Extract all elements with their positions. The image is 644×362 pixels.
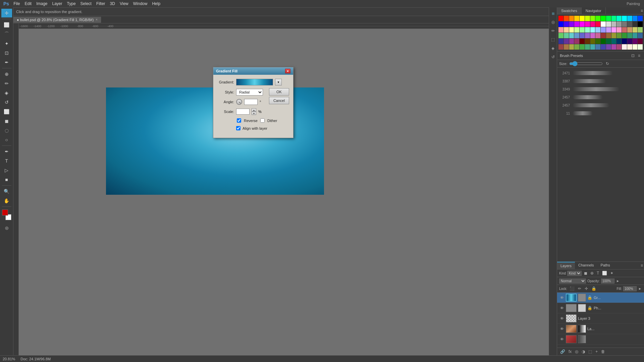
swatch-cell-0-11[interactable] [616,16,622,21]
angle-dial[interactable] [236,99,242,105]
swatch-cell-0-5[interactable] [585,16,590,21]
layers-tab-layers[interactable]: Layers [557,262,575,269]
menu-type[interactable]: Type [65,1,78,7]
swatch-cell-5-1[interactable] [564,44,569,50]
layer-visibility-3[interactable]: 👁 [559,326,565,331]
menu-3d[interactable]: 3D [108,1,117,7]
scale-spin-up[interactable]: ▲ [252,108,256,112]
swatch-cell-0-15[interactable] [638,16,643,21]
swatch-cell-1-1[interactable] [564,21,569,27]
swatch-cell-4-9[interactable] [606,39,611,44]
link-layers-btn[interactable]: 🔗 [559,349,566,354]
brush-item-0[interactable]: 2471 [558,69,643,77]
brush-panel-menu[interactable]: ≡ [637,53,641,58]
swatch-cell-3-15[interactable] [638,33,643,38]
swatch-cell-1-7[interactable] [595,21,600,27]
swatch-cell-5-15[interactable] [638,44,643,50]
swatch-cell-2-6[interactable] [590,27,595,33]
swatch-cell-3-1[interactable] [564,33,569,38]
shape-tool[interactable]: ■ [1,175,12,184]
swatch-cell-1-15[interactable] [638,21,643,27]
layers-kind-select[interactable]: Kind [567,271,582,276]
swatches-tab[interactable]: Swatches [557,7,582,14]
swatch-cell-1-6[interactable] [590,21,595,27]
swatch-cell-3-11[interactable] [616,33,622,38]
scale-input[interactable]: 100 [236,109,250,115]
layers-filter-pixel[interactable]: ◼ [583,270,588,276]
swatch-cell-0-9[interactable] [606,16,611,21]
brush-item-2[interactable]: 3349 [558,85,643,93]
brush-tool[interactable]: ✏ [1,79,12,88]
swatch-cell-2-14[interactable] [633,27,638,33]
swatch-cell-3-14[interactable] [633,33,638,38]
swatch-cell-4-12[interactable] [622,39,627,44]
swatch-cell-2-13[interactable] [627,27,632,33]
brush-size-toggle[interactable]: ⊡ [630,53,636,58]
layer-row-gradient[interactable]: 👁 🔒 Gr... [557,293,644,303]
fill-arrow[interactable]: ▸ [638,286,642,291]
menu-view[interactable]: View [117,1,131,7]
zoom-tool[interactable]: 🔍 [1,187,12,196]
menu-file[interactable]: File [11,1,22,7]
path-selection-tool[interactable]: ▷ [1,166,12,175]
swatch-cell-2-12[interactable] [622,27,627,33]
layers-icon[interactable]: ⬚ [550,36,556,43]
swatch-cell-4-11[interactable] [616,39,622,44]
swatch-cell-0-7[interactable] [595,16,600,21]
swatch-cell-5-2[interactable] [569,44,574,50]
gradient-tool[interactable]: ◼ [1,117,12,125]
swatch-cell-4-7[interactable] [595,39,600,44]
swatch-cell-1-8[interactable] [601,21,606,27]
dialog-close-button[interactable]: × [285,69,290,73]
swatch-cell-5-3[interactable] [574,44,579,50]
swatch-cell-3-7[interactable] [595,33,600,38]
swatch-cell-1-13[interactable] [627,21,632,27]
swatch-cell-3-4[interactable] [580,33,585,38]
swatch-cell-0-3[interactable] [574,16,579,21]
swatch-cell-2-2[interactable] [569,27,574,33]
swatch-cell-3-9[interactable] [606,33,611,38]
swatch-cell-0-6[interactable] [590,16,595,21]
lock-position-btn[interactable]: ✛ [584,286,589,291]
swatch-cell-3-8[interactable] [601,33,606,38]
foreground-color-swatch[interactable] [2,209,8,216]
tab-close[interactable]: × [96,18,98,21]
swatch-cell-0-10[interactable] [611,16,616,21]
swatch-cell-2-1[interactable] [564,27,569,33]
menu-window[interactable]: Window [131,1,150,7]
dodge-tool[interactable]: ○ [1,135,12,144]
swatch-cell-2-9[interactable] [606,27,611,33]
clone-stamp-tool[interactable]: ◈ [1,88,12,97]
swatch-cell-2-15[interactable] [638,27,643,33]
layers-filter-smart[interactable]: ✦ [609,270,614,276]
swatch-cell-3-5[interactable] [585,33,590,38]
brush-size-refresh[interactable]: ↻ [605,61,610,66]
lock-all-btn[interactable]: 🔒 [590,286,597,291]
gradient-preview[interactable] [236,79,273,85]
brush-size-slider[interactable] [569,61,603,66]
swatch-cell-0-1[interactable] [564,16,569,21]
swatch-cell-4-2[interactable] [569,39,574,44]
swatch-cell-2-11[interactable] [616,27,622,33]
swatch-cell-5-0[interactable] [558,44,564,50]
swatch-cell-4-3[interactable] [574,39,579,44]
swatch-cell-1-11[interactable] [616,21,622,27]
type-tool[interactable]: T [1,157,12,165]
reverse-checkbox[interactable] [237,118,241,123]
layer-mask-btn[interactable]: ◎ [574,349,579,354]
swatch-cell-1-5[interactable] [585,21,590,27]
layer-row-5[interactable]: 👁 [557,334,644,345]
lasso-tool[interactable]: ⌒ [1,30,12,39]
menu-layer[interactable]: Layer [50,1,65,7]
swatch-cell-1-9[interactable] [606,21,611,27]
swatch-cell-2-10[interactable] [611,27,616,33]
cancel-button[interactable]: Cancel [269,97,289,104]
swatch-cell-5-6[interactable] [590,44,595,50]
swatch-cell-1-4[interactable] [580,21,585,27]
layer-visibility-0[interactable]: 👁 [559,295,565,300]
swatch-cell-5-8[interactable] [601,44,606,50]
brush-item-5[interactable]: 11 [558,109,643,117]
layer-row-3[interactable]: 👁 Layer 3 [557,313,644,324]
lock-image-btn[interactable]: ✏ [577,286,582,291]
layer-visibility-2[interactable]: 👁 [559,316,565,321]
